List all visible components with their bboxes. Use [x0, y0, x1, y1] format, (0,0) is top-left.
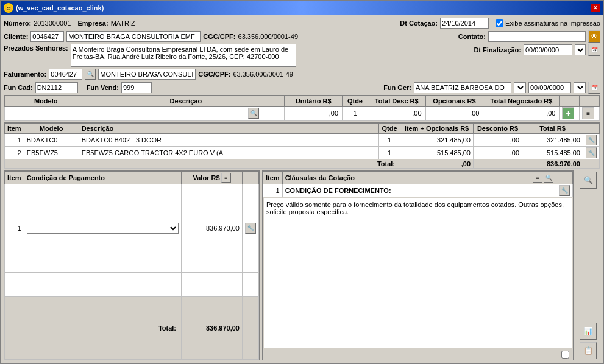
bottom-panels: Item Condição de Pagamento Valor R$ ≡	[4, 170, 600, 360]
clause-action-btn[interactable]: 🔧	[559, 185, 570, 196]
entry-modelo[interactable]	[7, 108, 68, 119]
clause-cols-btn[interactable]: ≡	[533, 173, 542, 183]
clause-item-1: 1	[263, 184, 283, 197]
col-total-desc: Total Desc R$	[368, 96, 425, 107]
col-add	[560, 96, 580, 107]
table-row: 2 EB5EWZ5 EB5EWZ5 CARGO TRACTOR 4X2 EURO…	[5, 147, 600, 159]
fun-ger-date-input[interactable]	[528, 82, 571, 93]
total-row: Total: ,00 836.970,00	[5, 159, 600, 169]
window-icon: 😊	[4, 3, 13, 13]
entry-search-btn[interactable]: 🔍	[248, 108, 259, 119]
col-unitario: Unitário R$	[285, 96, 343, 107]
side-export-btn[interactable]: 📋	[580, 342, 597, 359]
pay-total-row: Total: 836.970,00	[5, 296, 259, 359]
dt-finalizacao-dropdown[interactable]: ▼	[575, 44, 586, 55]
col-opcionais: Opcionais R$	[425, 96, 483, 107]
item-col-qtde: Qtde	[379, 124, 400, 134]
cliente-name-input[interactable]	[66, 31, 201, 42]
item-2-descricao: EB5EWZ5 CARGO TRACTOR 4X2 EURO V (A	[79, 147, 378, 159]
fun-ger-btn[interactable]: 📅	[588, 82, 600, 94]
entry-descricao[interactable]	[90, 108, 248, 119]
item-col-total: Total R$	[522, 124, 583, 134]
fun-ger-input[interactable]	[414, 82, 511, 93]
total-desconto: ,00	[400, 159, 474, 169]
fun-ger-date-dropdown[interactable]: ▼	[574, 82, 586, 93]
side-chart-btn[interactable]: 📊	[580, 323, 597, 340]
total-label: Total:	[377, 160, 395, 167]
dt-finalizacao-btn[interactable]: 📅	[588, 44, 600, 56]
row-prezados: Prezados Senhores: A Monteiro Braga Cons…	[4, 44, 600, 67]
dt-cotacao-input[interactable]	[440, 18, 489, 29]
exibe-assinaturas-label[interactable]: Exibe assinaturas na impressão	[496, 19, 600, 27]
clause-col-clausulas: Cláusulas da Cotação ≡ 🔍	[282, 172, 556, 184]
prezados-label: Prezados Senhores:	[4, 44, 68, 52]
contato-search-btn[interactable]: 👁	[588, 30, 600, 43]
item-2-action-btn[interactable]: 🔧	[586, 147, 597, 158]
pay-col-item: Item	[5, 172, 24, 184]
total-value: 836.970,00	[547, 160, 580, 167]
item-1-opcionais: 321.485,00	[400, 134, 474, 147]
item-col-modelo: Modelo	[24, 124, 79, 134]
remove-cols-btn[interactable]: ≡	[582, 107, 594, 119]
exibe-assinaturas-checkbox[interactable]	[496, 19, 503, 27]
titlebar: 😊 (w_vec_cad_cotacao_clink) ✕	[1, 1, 603, 15]
clause-checkbox[interactable]	[561, 351, 569, 359]
clauses-table: Item Cláusulas da Cotação ≡ 🔍	[263, 171, 573, 197]
item-col-descricao: Descrição	[79, 124, 378, 134]
item-1-action-btn[interactable]: 🔧	[586, 135, 597, 145]
side-panel: 🔍 📊 📋	[576, 170, 600, 360]
pay-cols-btn[interactable]: ≡	[221, 173, 231, 183]
table-row: 1 BDAKTC0 BDAKTC0 B402 - 3 DOOR 1 321.48…	[5, 134, 600, 147]
row-numero: Número: 2013000001 Empresa: MATRIZ Dt Co…	[4, 17, 600, 29]
item-1-desconto: ,00	[474, 134, 522, 147]
dt-finalizacao-label: Dt Finalização:	[474, 46, 521, 54]
payment-row-1: 1 836.970,00 🔧	[5, 184, 259, 273]
add-product-btn[interactable]: +	[562, 107, 574, 119]
dt-finalizacao-input[interactable]	[524, 44, 572, 55]
contato-input[interactable]	[488, 31, 586, 42]
prezados-textarea[interactable]: A Monteiro Braga Consultoria Empresarial…	[71, 44, 296, 67]
faturamento-search-btn[interactable]: 🔍	[85, 69, 96, 80]
item-1-qtde: 1	[379, 134, 400, 147]
pay-col-action	[243, 172, 259, 184]
pay-valor-1: 836.970,00	[182, 184, 243, 273]
dt-cotacao-label: Dt Cotação:	[400, 19, 438, 27]
fat-cgccpf-value: 63.356.000/0001-49	[233, 71, 293, 78]
empresa-label: Empresa:	[77, 19, 108, 27]
entry-total-desc[interactable]	[377, 108, 423, 119]
fun-vend-input[interactable]	[121, 82, 152, 93]
empresa-value: MATRIZ	[111, 19, 135, 27]
cliente-id-input[interactable]	[30, 31, 64, 42]
fun-cad-input[interactable]	[35, 82, 78, 93]
item-2-opcionais: 515.485,00	[400, 147, 474, 159]
pay-col-valor: Valor R$ ≡	[182, 172, 243, 184]
entry-qtde[interactable]	[346, 108, 363, 119]
cgccpf-value: 63.356.000/0001-49	[238, 33, 298, 40]
cgccpf-label: CGC/CPF:	[203, 33, 235, 40]
pay-condicao-select[interactable]	[27, 223, 179, 234]
close-button[interactable]: ✕	[591, 4, 600, 12]
payment-table: Item Condição de Pagamento Valor R$ ≡	[4, 171, 259, 360]
numero-value: 2013000001	[34, 19, 71, 27]
entry-total-neg[interactable]	[499, 108, 556, 119]
faturamento-id-input[interactable]	[49, 69, 82, 80]
clauses-panel: Item Cláusulas da Cotação ≡ 🔍	[262, 170, 574, 360]
faturamento-label: Faturamento:	[4, 71, 46, 78]
entry-unitario[interactable]	[294, 108, 339, 119]
products-header-table: Modelo Descrição Unitário R$ Qtde Total …	[4, 96, 600, 121]
pay-action-btn[interactable]: 🔧	[245, 223, 256, 234]
clause-col-item: Item	[263, 172, 283, 184]
fun-ger-dropdown[interactable]: ▼	[514, 82, 526, 93]
item-1-modelo: BDAKTC0	[24, 134, 79, 147]
faturamento-name-input[interactable]	[98, 69, 196, 80]
item-1-num: 1	[5, 134, 24, 147]
entry-opcionais[interactable]	[435, 108, 480, 119]
row-faturamento: Faturamento: 🔍 CGC/CPF: 63.356.000/0001-…	[4, 68, 600, 80]
clause-search-btn[interactable]: 🔍	[544, 173, 553, 183]
pay-total-value: 836.970,00	[206, 324, 240, 332]
side-search-btn[interactable]: 🔍	[580, 172, 597, 189]
item-col-action	[583, 124, 600, 134]
pay-item-1: 1	[5, 184, 24, 273]
contato-label: Contato:	[458, 33, 486, 40]
fun-ger-label: Fun Ger:	[383, 84, 411, 91]
